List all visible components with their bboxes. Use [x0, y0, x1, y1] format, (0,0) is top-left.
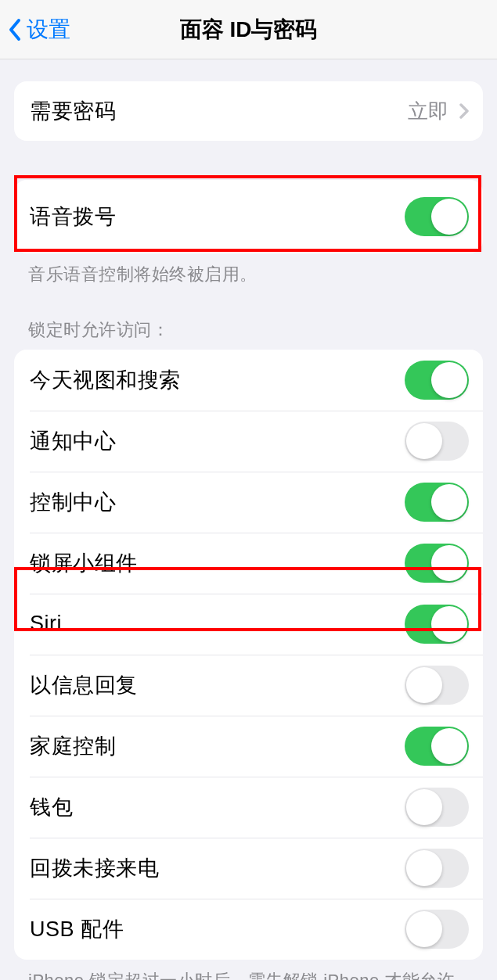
lock-access-row: 回拨未接来电 [14, 838, 483, 899]
lock-access-toggle[interactable] [405, 483, 469, 522]
require-passcode-label: 需要密码 [30, 97, 116, 125]
lock-access-row: USB 配件 [14, 899, 483, 960]
lock-access-toggle[interactable] [405, 727, 469, 766]
lock-access-item-label: 家庭控制 [30, 732, 116, 760]
lock-access-item-label: 回拨未接来电 [30, 854, 159, 882]
lock-access-item-label: 通知中心 [30, 427, 116, 455]
lock-access-row: 通知中心 [14, 411, 483, 472]
lock-access-item-label: USB 配件 [30, 915, 124, 943]
lock-access-footer: iPhone 锁定超过一小时后，需先解锁 iPhone 才能允许 USB 配件连… [0, 960, 497, 980]
lock-access-row: 今天视图和搜索 [14, 350, 483, 411]
lock-access-row: 钱包 [14, 777, 483, 838]
lock-access-group: 今天视图和搜索通知中心控制中心锁屏小组件Siri以信息回复家庭控制钱包回拨未接来… [14, 350, 483, 960]
page-title: 面容 ID与密码 [180, 15, 318, 45]
require-passcode-row[interactable]: 需要密码 立即 [14, 81, 483, 141]
lock-access-toggle[interactable] [405, 666, 469, 705]
lock-access-item-label: 控制中心 [30, 488, 116, 516]
voice-dial-toggle[interactable] [405, 197, 469, 236]
lock-access-item-label: Siri [30, 612, 62, 636]
lock-access-item-label: 今天视图和搜索 [30, 366, 181, 394]
lock-access-item-label: 锁屏小组件 [30, 549, 138, 577]
lock-access-item-label: 以信息回复 [30, 671, 138, 699]
lock-access-toggle[interactable] [405, 910, 469, 949]
chevron-right-icon [459, 103, 469, 119]
lock-access-toggle[interactable] [405, 544, 469, 583]
lock-access-row: 以信息回复 [14, 655, 483, 716]
voice-dial-group: 语音拨号 [14, 180, 483, 253]
lock-access-toggle[interactable] [405, 422, 469, 461]
passcode-group: 需要密码 立即 [14, 81, 483, 141]
lock-access-toggle[interactable] [405, 361, 469, 400]
back-label: 设置 [27, 15, 70, 45]
back-button[interactable]: 设置 [8, 15, 70, 45]
lock-access-row: 控制中心 [14, 472, 483, 533]
lock-access-row: 锁屏小组件 [14, 533, 483, 594]
lock-access-item-label: 钱包 [30, 793, 73, 821]
voice-dial-footer: 音乐语音控制将始终被启用。 [0, 253, 497, 287]
voice-dial-row: 语音拨号 [14, 186, 483, 247]
lock-access-toggle[interactable] [405, 788, 469, 827]
require-passcode-value: 立即 [408, 98, 469, 125]
lock-access-row: 家庭控制 [14, 716, 483, 777]
lock-access-row: Siri [14, 594, 483, 655]
chevron-left-icon [8, 18, 22, 41]
lock-access-header: 锁定时允许访问： [0, 318, 497, 342]
lock-access-toggle[interactable] [405, 605, 469, 644]
voice-dial-label: 语音拨号 [30, 203, 116, 231]
nav-header: 设置 面容 ID与密码 [0, 0, 497, 59]
lock-access-toggle[interactable] [405, 849, 469, 888]
